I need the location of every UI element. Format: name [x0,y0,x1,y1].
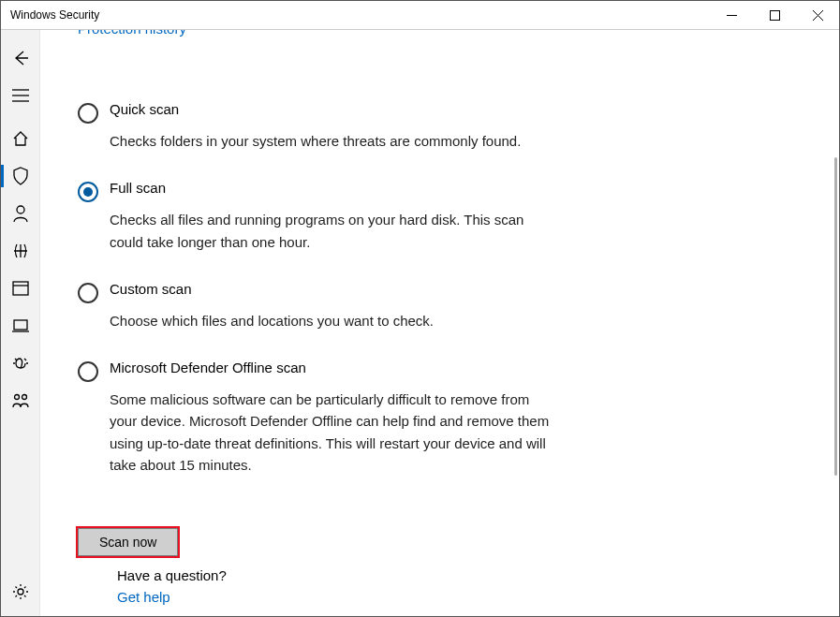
home-icon[interactable] [1,120,40,157]
option-label: Full scan [110,180,559,196]
firewall-icon[interactable] [1,232,40,270]
option-desc: Checks all files and running programs on… [110,209,559,253]
option-desc: Choose which files and locations you wan… [110,310,434,331]
option-offline-scan[interactable]: Microsoft Defender Offline scan Some mal… [78,360,565,476]
shield-icon[interactable] [1,157,40,195]
scan-options: Quick scan Checks folders in your system… [78,101,565,556]
option-custom-scan[interactable]: Custom scan Choose which files and locat… [78,281,565,331]
option-label: Custom scan [110,281,434,297]
help-section: Have a question? Get help [117,567,227,605]
svg-rect-1 [770,10,779,20]
radio-icon[interactable] [78,361,98,382]
option-label: Quick scan [110,101,521,117]
account-icon[interactable] [1,195,40,232]
svg-point-13 [22,395,26,400]
svg-point-14 [18,589,23,595]
svg-point-12 [14,395,19,400]
hamburger-menu-icon[interactable] [1,77,40,114]
app-browser-icon[interactable] [1,270,40,307]
close-button[interactable] [796,1,839,29]
window-body: Protection history Quick scan Checks fol… [1,30,839,616]
option-label: Microsoft Defender Offline scan [110,360,559,375]
minimize-button[interactable] [710,1,753,29]
svg-rect-10 [14,320,27,330]
option-desc: Checks folders in your system where thre… [110,130,521,152]
device-security-icon[interactable] [1,307,40,345]
svg-rect-8 [13,282,28,295]
device-performance-icon[interactable] [1,345,40,382]
scrollbar[interactable] [834,157,837,476]
help-heading: Have a question? [117,567,227,583]
get-help-link[interactable]: Get help [117,589,227,605]
option-quick-scan[interactable]: Quick scan Checks folders in your system… [78,101,565,152]
protection-history-link[interactable]: Protection history [78,30,802,41]
option-full-scan[interactable]: Full scan Checks all files and running p… [78,180,565,253]
window-buttons [710,1,839,29]
option-desc: Some malicious software can be particula… [110,389,559,476]
radio-icon[interactable] [78,103,98,124]
svg-point-7 [17,206,24,213]
maximize-button[interactable] [753,1,796,29]
radio-icon[interactable] [78,283,98,303]
window-frame: Windows Security [0,0,840,617]
sidebar [1,30,40,616]
back-button[interactable] [1,39,40,77]
scan-now-button[interactable]: Scan now [78,528,178,556]
window-title: Windows Security [1,8,99,22]
settings-gear-icon[interactable] [1,573,40,610]
family-options-icon[interactable] [1,382,40,419]
title-bar: Windows Security [1,1,839,30]
radio-icon[interactable] [78,182,98,202]
content-area: Protection history Quick scan Checks fol… [40,30,839,616]
